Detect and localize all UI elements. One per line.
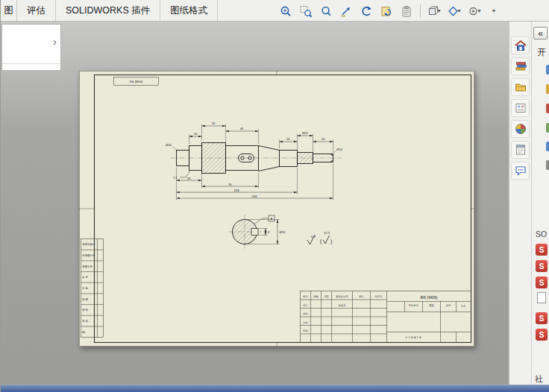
pane-item-icon[interactable] bbox=[546, 160, 549, 170]
properties-form-icon bbox=[514, 143, 527, 157]
command-tab-bar: 图 评估 SOLIDWORKS 插件 图纸格式 bbox=[1, 0, 549, 22]
tb-scale: 1:2 bbox=[461, 304, 465, 308]
solidworks-link-icon[interactable]: S bbox=[536, 276, 548, 288]
dim-label: C1 bbox=[173, 176, 178, 180]
dim-label: 16 bbox=[194, 132, 198, 136]
solidworks-link-icon[interactable]: S bbox=[536, 312, 548, 324]
tab-label: 图 bbox=[4, 4, 14, 17]
margin-row: 审 核 bbox=[82, 320, 88, 323]
margin-row: 描 图 bbox=[82, 298, 88, 301]
solidworks-link-icon[interactable]: S bbox=[536, 244, 548, 256]
pane-item-icon[interactable] bbox=[546, 123, 549, 133]
tb-label: 重量 bbox=[429, 303, 434, 307]
part-number: Φ6 (M06) bbox=[420, 295, 438, 300]
tb-label: 设计 bbox=[303, 303, 308, 307]
zoom-to-fit-button[interactable] bbox=[277, 2, 295, 19]
display-style-button[interactable]: ▾ bbox=[425, 2, 443, 19]
tab-sheet-format[interactable]: 图纸格式 bbox=[160, 0, 218, 21]
solidworks-resources-button[interactable] bbox=[511, 37, 530, 54]
solidworks-forum-button[interactable] bbox=[511, 162, 530, 180]
roughness-value: 6.3 bbox=[311, 235, 316, 238]
zoom-to-area-icon bbox=[299, 4, 313, 18]
tab-label: 图纸格式 bbox=[170, 4, 207, 17]
section-title-clipped: 社 bbox=[535, 373, 543, 385]
tab-label: SOLIDWORKS 插件 bbox=[66, 4, 150, 17]
appearances-button[interactable] bbox=[511, 120, 530, 138]
view-orientation-icon bbox=[339, 4, 353, 18]
rotate-view-button[interactable] bbox=[357, 2, 375, 19]
zoom-button[interactable] bbox=[317, 2, 335, 19]
tab-sketch[interactable]: 图 bbox=[1, 0, 17, 21]
toolbar-separator bbox=[420, 4, 421, 18]
heads-up-view-toolbar: ▾ ▾ ▾ ▾ bbox=[277, 1, 503, 20]
tb-label: 阶段标记 bbox=[409, 303, 419, 307]
zoom-to-area-button[interactable] bbox=[297, 2, 315, 19]
dim-label: 158 bbox=[234, 189, 240, 192]
file-explorer-button[interactable] bbox=[511, 78, 530, 96]
tb-label: 更改文件号 bbox=[336, 294, 348, 298]
drawing-canvas[interactable]: › bbox=[1, 22, 509, 385]
feature-tree-flyout[interactable]: › bbox=[1, 24, 61, 71]
dim-label: Ø16 bbox=[166, 143, 172, 147]
roughness-value: 12.5 bbox=[324, 231, 330, 235]
tb-label: 批准 bbox=[303, 329, 308, 332]
margin-row: 描 校 bbox=[82, 309, 88, 312]
view-palette-icon bbox=[514, 101, 527, 115]
view-settings-button[interactable]: ▾ bbox=[465, 2, 483, 19]
paren: ) bbox=[330, 238, 332, 244]
document-link-icon[interactable] bbox=[537, 292, 546, 303]
pane-item-icon[interactable] bbox=[546, 65, 549, 75]
zoom-icon bbox=[319, 4, 333, 18]
expand-chevron-icon[interactable]: › bbox=[53, 36, 57, 47]
margin-row: 底图总号 bbox=[82, 265, 93, 268]
dim-label: Ø10 bbox=[336, 148, 343, 151]
tb-label: 比例 bbox=[446, 304, 451, 307]
pane-title-clipped: 开 bbox=[537, 46, 546, 59]
margin-row: 借用件登记 bbox=[82, 242, 95, 246]
rotate-view-icon bbox=[360, 4, 373, 18]
design-library-button[interactable] bbox=[511, 57, 530, 75]
tab-solidworks-addins[interactable]: SOLIDWORKS 插件 bbox=[56, 0, 160, 21]
flyout-divider bbox=[2, 63, 60, 64]
expand-toolbar-button[interactable]: ▾ bbox=[486, 2, 503, 19]
task-pane-tab-strip bbox=[509, 22, 531, 385]
chevron-down-icon: ▾ bbox=[457, 7, 460, 14]
chevron-down-icon: ▾ bbox=[437, 7, 440, 14]
tab-label: 评估 bbox=[27, 4, 46, 17]
section-title-clipped: SO bbox=[536, 230, 547, 238]
books-stack-icon bbox=[514, 60, 527, 73]
status-bar bbox=[1, 385, 549, 392]
tb-sheets: 共 1 张 第 1 张 bbox=[405, 336, 421, 339]
view-orientation-button[interactable] bbox=[337, 2, 355, 19]
solidworks-link-icon[interactable]: S bbox=[536, 260, 548, 272]
pane-item-icon[interactable] bbox=[546, 84, 549, 94]
datum-label: A bbox=[271, 217, 273, 221]
paste-button[interactable] bbox=[398, 2, 415, 19]
dim-label: 33 bbox=[187, 177, 191, 180]
appearance-sphere-icon bbox=[514, 122, 527, 136]
sheet-svg: Φ6 (M06) bbox=[79, 71, 474, 347]
speech-bubble-icon bbox=[514, 164, 527, 177]
tb-label: 处数 bbox=[313, 294, 319, 298]
task-pane-panel-edge: « 开 SO S S S S S 社 bbox=[531, 22, 549, 385]
pane-item-icon[interactable] bbox=[546, 104, 549, 113]
pane-item-icon[interactable] bbox=[546, 142, 549, 151]
margin-row: 日 期 bbox=[82, 287, 88, 290]
dim-label: 76 bbox=[228, 183, 232, 186]
custom-properties-button[interactable] bbox=[511, 141, 530, 159]
paste-icon bbox=[400, 4, 413, 18]
tab-evaluate[interactable]: 评估 bbox=[17, 0, 56, 21]
tb-label: 签名 bbox=[359, 295, 364, 298]
collapse-pane-button[interactable]: « bbox=[533, 27, 548, 39]
update-sheet-button[interactable] bbox=[377, 2, 395, 19]
dim-label: 24 bbox=[286, 137, 290, 141]
folder-icon bbox=[514, 80, 527, 94]
solidworks-link-icon[interactable]: S bbox=[536, 329, 548, 341]
tb-label: 标记 bbox=[302, 295, 308, 298]
drawing-sheet[interactable]: Φ6 (M06) bbox=[79, 71, 474, 347]
hide-show-items-button[interactable]: ▾ bbox=[445, 2, 463, 19]
solidworks-window: 图 评估 SOLIDWORKS 插件 图纸格式 bbox=[0, 0, 549, 392]
dim-label: Ø33 bbox=[280, 230, 286, 234]
view-palette-button[interactable] bbox=[511, 99, 530, 117]
dim-label: 30 bbox=[212, 121, 216, 125]
